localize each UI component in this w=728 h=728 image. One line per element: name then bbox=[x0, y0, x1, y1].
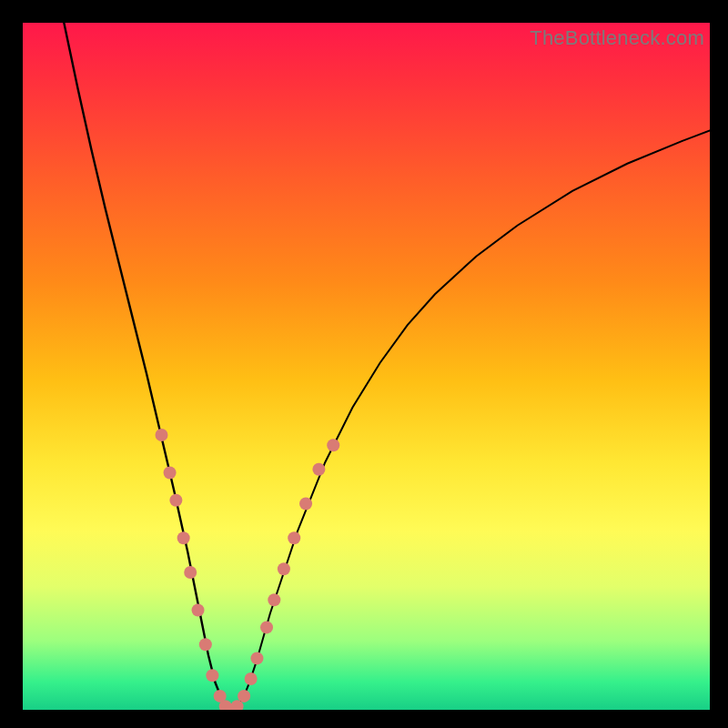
marker-point bbox=[268, 593, 280, 606]
marker-point bbox=[156, 429, 168, 441]
marker-point bbox=[245, 672, 258, 685]
left-curve bbox=[64, 23, 228, 710]
marker-point bbox=[299, 498, 312, 511]
marker-point bbox=[288, 531, 300, 544]
marker-point bbox=[327, 439, 339, 451]
marker-point bbox=[278, 562, 290, 575]
marker-point bbox=[199, 638, 212, 651]
right-curve bbox=[229, 131, 711, 710]
marker-point bbox=[260, 621, 273, 633]
marker-point bbox=[238, 690, 250, 703]
marker-point bbox=[312, 463, 325, 476]
marker-point bbox=[192, 604, 205, 617]
marker-point bbox=[177, 531, 190, 544]
chart-svg bbox=[23, 23, 710, 710]
highlight-markers bbox=[156, 429, 340, 710]
plot-area: TheBottleneck.com bbox=[23, 23, 710, 710]
marker-point bbox=[250, 652, 263, 664]
marker-point bbox=[164, 467, 177, 480]
chart-frame: TheBottleneck.com bbox=[0, 0, 728, 728]
marker-point bbox=[184, 566, 197, 579]
marker-point bbox=[206, 669, 218, 682]
marker-point bbox=[169, 494, 182, 507]
